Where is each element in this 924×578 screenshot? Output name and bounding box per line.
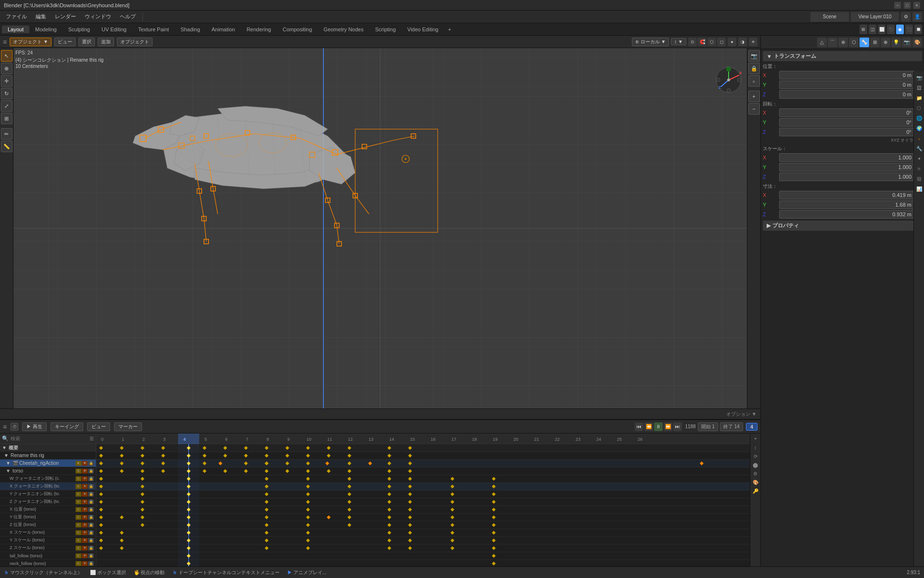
add-workspace-tab[interactable]: + — [444, 26, 455, 33]
tab-compositing[interactable]: Compositing — [277, 26, 318, 33]
zoom-out-btn[interactable]: − — [748, 103, 760, 115]
play-btn[interactable]: ▶ 再生 — [22, 422, 47, 431]
menu-help[interactable]: ヘルプ — [116, 12, 140, 21]
channel-x-scale[interactable]: X スケール (torso)K👁🔒 — [0, 529, 96, 537]
view-menu-btn[interactable]: ビュー — [54, 38, 76, 46]
tab-shading[interactable]: Shading — [175, 26, 205, 33]
panel-icon-mat[interactable]: 🎨 — [912, 38, 922, 47]
viewport-canvas[interactable]: X Y Z ↖ ⊕ ✛ — [0, 48, 760, 408]
solid-mode-btn[interactable]: ● — [728, 38, 736, 46]
close-btn[interactable]: × — [913, 2, 920, 9]
menu-icon2[interactable]: 👤 — [912, 12, 922, 22]
current-frame-display[interactable]: 4 — [746, 423, 757, 431]
channel-x-quat[interactable]: X クォータニオン回転 (to.K👁🔒 — [0, 483, 96, 490]
channel-z-loc[interactable]: Z 位置 (torso)K👁🔒 — [0, 521, 96, 529]
channel-icon-lock[interactable]: 🔒 — [88, 461, 94, 466]
rp-scene2-icon[interactable]: 🌐 — [915, 114, 924, 122]
rp-render-icon[interactable]: 🖼 — [915, 83, 924, 92]
scale-x-value[interactable]: 1.000 — [779, 153, 915, 162]
channel-y-quat[interactable]: Y クォータニオン回転 (to.K👁🔒 — [0, 490, 96, 498]
pivot-btn[interactable]: ⊕ ローカル ▼ — [632, 38, 669, 46]
viewport-icon1[interactable]: ⊞ — [860, 25, 867, 34]
panel-icon-surface[interactable]: ⊛ — [838, 38, 848, 47]
viewport-icon7[interactable]: 🔲 — [914, 25, 922, 34]
tl-tool7[interactable]: 🔑 — [751, 486, 760, 495]
panel-icon-light[interactable]: 💡 — [891, 38, 901, 47]
snap-btn[interactable]: 🧲 — [698, 38, 706, 46]
jump-forward-btn[interactable]: ⏩ — [664, 422, 672, 431]
dopesheet[interactable]: 0 1 2 3 4 5 6 7 8 9 10 11 — [96, 434, 750, 578]
rp-output-icon[interactable]: 📁 — [915, 93, 924, 102]
viewport-icon5[interactable]: ◉ — [896, 25, 904, 34]
pos-z-value[interactable]: 0 m — [779, 90, 915, 99]
channel-search-input[interactable] — [11, 436, 90, 441]
channel-x-loc[interactable]: X 位置 (torso)K👁🔒 — [0, 506, 96, 513]
viewport-icon4[interactable]: ⚫ — [887, 25, 895, 34]
channel-y-scale[interactable]: Y スケール (torso)K👁🔒 — [0, 537, 96, 544]
tab-layout[interactable]: Layout — [2, 26, 29, 33]
tl-tool4[interactable]: ⬤ — [751, 460, 760, 469]
timeline-type-btn[interactable]: ⏱ — [11, 423, 18, 431]
panel-icon-camera[interactable]: 📷 — [902, 38, 911, 47]
measure-tool[interactable]: 📏 — [1, 141, 13, 152]
minimize-btn[interactable]: − — [894, 2, 901, 9]
jump-start-btn[interactable]: ⏮ — [635, 422, 643, 431]
properties-header[interactable]: ▶ プロパティ — [763, 221, 922, 231]
object-menu-btn[interactable]: オブジェクト — [117, 38, 153, 46]
viewport-icon2[interactable]: ◫ — [869, 25, 876, 34]
cursor-tool[interactable]: ⊕ — [1, 63, 13, 74]
play-pause-btn[interactable]: ⏸ — [654, 422, 663, 431]
panel-icon-lattice[interactable]: ⊞ — [870, 38, 880, 47]
perspective-btn[interactable]: ⬦ — [748, 75, 760, 87]
menu-window[interactable]: ウィンドウ — [81, 12, 115, 21]
pos-y-value[interactable]: 0 m — [779, 80, 915, 89]
lock-view-btn[interactable]: 🔒 — [748, 63, 760, 74]
timeline-menu-icon[interactable]: ≡ — [3, 423, 7, 431]
channel-z-scale[interactable]: Z スケール (torso)K👁🔒 — [0, 544, 96, 552]
viewport-icon3[interactable]: ⬜ — [878, 25, 886, 34]
viewport-menu-icon[interactable]: ≡ — [3, 38, 7, 46]
scale-tool[interactable]: ⤢ — [1, 100, 13, 112]
scale-z-value[interactable]: 1.000 — [779, 172, 915, 181]
tl-tool5[interactable]: ⚙ — [751, 469, 760, 478]
menu-render[interactable]: レンダー — [51, 12, 80, 21]
tl-tool1[interactable]: ⌖ — [751, 434, 760, 443]
rp-constraints-icon[interactable]: ⛓ — [915, 174, 924, 183]
channel-torso-eye[interactable]: 👁 — [82, 469, 88, 473]
jump-back-btn[interactable]: ⏪ — [644, 422, 653, 431]
euler-label[interactable]: XYZ オイラー角 — [763, 137, 922, 144]
panel-icon-mesh[interactable]: △ — [817, 38, 827, 47]
status-mouse-icon[interactable]: 🖱 — [4, 570, 9, 575]
rp-particles-icon[interactable]: ✦ — [915, 154, 924, 163]
tab-geometry-nodes[interactable]: Geometry Nodes — [318, 26, 369, 33]
rp-view-layer-icon[interactable]: ⬡ — [915, 104, 924, 112]
camera-view-btn[interactable]: 📷 — [748, 50, 760, 62]
rp-scene-icon[interactable]: 📷 — [915, 73, 924, 82]
scale-y-value[interactable]: 1.000 — [779, 163, 915, 171]
tl-tool6[interactable]: 🎨 — [751, 478, 760, 486]
rot-y-value[interactable]: 0° — [779, 118, 915, 127]
rp-physics-icon[interactable]: ⚛ — [915, 164, 924, 173]
add-menu-btn[interactable]: 追加 — [98, 38, 114, 46]
panel-icon-armature[interactable]: 🦴 — [860, 38, 869, 47]
panel-icon-empty[interactable]: ⊕ — [881, 38, 890, 47]
channel-icon-eye[interactable]: 👁 — [82, 461, 88, 466]
move-tool[interactable]: ✛ — [1, 75, 13, 87]
channel-icon-key[interactable]: K — [76, 461, 81, 466]
tab-sculpting[interactable]: Sculpting — [63, 26, 96, 33]
rendered-mode-btn[interactable]: ☀ — [749, 38, 757, 46]
proportional-btn[interactable]: ⊙ — [688, 38, 697, 46]
menu-file[interactable]: ファイル — [2, 12, 31, 21]
tl-tool3[interactable]: ⟳ — [751, 452, 760, 460]
rp-world-icon[interactable]: 🌍 — [915, 124, 924, 132]
viewport-icon6[interactable]: ⬛ — [905, 25, 913, 34]
transform-header[interactable]: ▼ トランスフォーム — [763, 51, 922, 61]
rot-x-value[interactable]: 0° — [779, 108, 915, 117]
menu-edit[interactable]: 編集 — [32, 12, 50, 21]
tab-scripting[interactable]: Scripting — [369, 26, 401, 33]
annotate-tool[interactable]: ✏ — [1, 128, 13, 140]
tab-rendering[interactable]: Rendering — [241, 26, 277, 33]
xray-btn[interactable]: ◻ — [717, 38, 726, 46]
transform-btn[interactable]: ↕ ▼ — [671, 38, 686, 45]
tab-texture-paint[interactable]: Texture Paint — [132, 26, 175, 33]
